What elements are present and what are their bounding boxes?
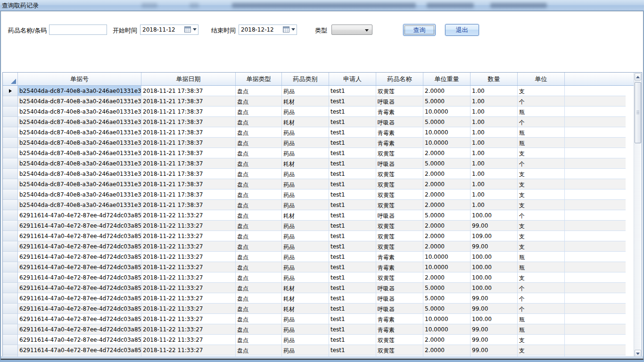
table-cell[interactable]: test1 [329, 158, 376, 169]
row-header-cell[interactable] [3, 179, 18, 189]
table-cell[interactable]: 100.00 [471, 272, 518, 283]
table-cell[interactable]: 62911614-47a0-4e72-87ee-4d724dc03a85 [18, 272, 141, 283]
exit-button[interactable]: 退出 [445, 24, 479, 36]
table-cell[interactable]: b25404da-dc87-40e8-a3a0-246ae01331e3 [18, 169, 141, 179]
table-cell[interactable]: 10.0000 [423, 127, 471, 138]
table-row[interactable]: b25404da-dc87-40e8-a3a0-246ae01331e32018… [3, 127, 626, 138]
table-cell[interactable]: 100.00 [471, 283, 518, 293]
table-cell[interactable]: 个 [518, 117, 565, 127]
select-all-corner-cell[interactable] [3, 73, 18, 85]
table-cell[interactable]: 1.00 [471, 127, 518, 138]
table-cell[interactable]: 100.00 [471, 262, 518, 272]
table-cell[interactable]: 盘点 [236, 107, 282, 117]
table-cell[interactable]: 1.00 [471, 96, 518, 107]
table-cell[interactable]: 1.00 [471, 107, 518, 117]
table-cell[interactable]: test1 [329, 231, 376, 241]
table-cell[interactable]: 1.00 [471, 86, 518, 96]
table-cell[interactable]: 2018-11-22 11:33:27 [141, 283, 236, 293]
row-header-cell[interactable] [3, 241, 18, 252]
column-header-docdate[interactable]: 单据日期 [141, 73, 236, 85]
table-cell[interactable]: 耗材 [282, 304, 329, 314]
table-cell[interactable]: 62911614-47a0-4e72-87ee-4d724dc03a85 [18, 210, 141, 221]
table-row[interactable]: 62911614-47a0-4e72-87ee-4d724dc03a852018… [3, 221, 626, 231]
table-cell[interactable]: b25404da-dc87-40e8-a3a0-246ae01331e3 [18, 117, 141, 127]
row-header-cell[interactable] [3, 138, 18, 148]
table-cell[interactable]: b25404da-dc87-40e8-a3a0-246ae01331e3 [18, 148, 141, 158]
table-cell[interactable]: 10.0000 [423, 252, 471, 262]
row-header-cell[interactable] [3, 262, 18, 272]
table-row[interactable]: b25404da-dc87-40e8-a3a0-246ae01331e32018… [3, 179, 626, 189]
table-cell[interactable]: test1 [329, 148, 376, 158]
table-cell[interactable]: 支 [518, 200, 565, 210]
table-cell[interactable]: 呼吸器 [376, 210, 423, 221]
table-cell[interactable]: 瓶 [518, 262, 565, 272]
table-cell[interactable]: 2018-11-22 11:33:27 [141, 272, 236, 283]
table-cell[interactable]: 2018-11-22 11:33:27 [141, 231, 236, 241]
table-cell[interactable]: 2018-11-22 11:33:27 [141, 293, 236, 304]
column-header-quantity[interactable]: 数量 [471, 73, 518, 85]
table-cell[interactable]: 2018-11-22 11:33:27 [141, 221, 236, 231]
table-cell[interactable]: 62911614-47a0-4e72-87ee-4d724dc03a85 [18, 335, 141, 345]
table-cell[interactable]: test1 [329, 189, 376, 200]
table-cell[interactable]: 2018-11-21 17:38:37 [141, 189, 236, 200]
table-cell[interactable]: 呼吸器 [376, 158, 423, 169]
table-cell[interactable]: 青霉素 [376, 262, 423, 272]
table-cell[interactable]: 2.0000 [423, 179, 471, 189]
table-cell[interactable]: 盘点 [236, 117, 282, 127]
table-cell[interactable]: test1 [329, 324, 376, 335]
table-cell[interactable]: 99.00 [471, 293, 518, 304]
table-cell[interactable]: test1 [329, 210, 376, 221]
row-header-cell[interactable] [3, 107, 18, 117]
table-cell[interactable]: test1 [329, 127, 376, 138]
table-cell[interactable]: 2.0000 [423, 221, 471, 231]
table-cell[interactable]: 瓶 [518, 252, 565, 262]
table-cell[interactable]: 盘点 [236, 231, 282, 241]
table-cell[interactable]: 2018-11-22 11:33:27 [141, 210, 236, 221]
table-cell[interactable]: 药品 [282, 231, 329, 241]
table-cell[interactable]: 盘点 [236, 138, 282, 148]
scrollbar-thumb[interactable] [635, 82, 641, 143]
table-cell[interactable]: 双黄莲 [376, 179, 423, 189]
table-cell[interactable]: 耗材 [282, 117, 329, 127]
table-cell[interactable]: 药品 [282, 107, 329, 117]
table-row[interactable]: 62911614-47a0-4e72-87ee-4d724dc03a852018… [3, 241, 626, 252]
table-cell[interactable]: 青霉素 [376, 252, 423, 262]
table-cell[interactable]: 1.00 [471, 200, 518, 210]
table-cell[interactable]: 呼吸器 [376, 96, 423, 107]
table-cell[interactable]: 双黄莲 [376, 335, 423, 345]
table-cell[interactable]: 99.00 [471, 324, 518, 335]
table-cell[interactable]: 2.0000 [423, 148, 471, 158]
table-cell[interactable]: 呼吸器 [376, 283, 423, 293]
table-cell[interactable]: 支 [518, 189, 565, 200]
table-cell[interactable]: test1 [329, 107, 376, 117]
table-row[interactable]: 62911614-47a0-4e72-87ee-4d724dc03a852018… [3, 304, 626, 314]
table-cell[interactable]: 药品 [282, 169, 329, 179]
table-row[interactable]: 62911614-47a0-4e72-87ee-4d724dc03a852018… [3, 210, 626, 221]
table-row[interactable]: b25404da-dc87-40e8-a3a0-246ae01331e32018… [3, 200, 626, 210]
table-cell[interactable]: 个 [518, 293, 565, 304]
table-cell[interactable]: 2.0000 [423, 335, 471, 345]
table-cell[interactable]: 支 [518, 148, 565, 158]
table-cell[interactable]: 5.0000 [423, 283, 471, 293]
table-cell[interactable]: 62911614-47a0-4e72-87ee-4d724dc03a85 [18, 345, 141, 355]
table-cell[interactable]: test1 [329, 200, 376, 210]
table-cell[interactable]: 盘点 [236, 127, 282, 138]
table-cell[interactable]: 药品 [282, 179, 329, 189]
table-cell[interactable]: 10.0000 [423, 314, 471, 324]
table-cell[interactable]: 耗材 [282, 283, 329, 293]
table-cell[interactable]: test1 [329, 335, 376, 345]
row-header-cell[interactable] [3, 324, 18, 335]
table-cell[interactable]: 耗材 [282, 210, 329, 221]
table-cell[interactable]: 药品 [282, 148, 329, 158]
table-cell[interactable]: 呼吸器 [376, 117, 423, 127]
table-cell[interactable]: b25404da-dc87-40e8-a3a0-246ae01331e3 [18, 86, 141, 96]
table-cell[interactable]: test1 [329, 86, 376, 96]
table-cell[interactable]: 1.00 [471, 169, 518, 179]
table-cell[interactable]: 2018-11-21 17:38:37 [141, 200, 236, 210]
table-cell[interactable]: 药品 [282, 86, 329, 96]
table-cell[interactable]: 盘点 [236, 169, 282, 179]
table-cell[interactable]: 10.0000 [423, 138, 471, 148]
query-button[interactable]: 查询 [403, 24, 436, 36]
table-row[interactable]: 62911614-47a0-4e72-87ee-4d724dc03a852018… [3, 314, 626, 324]
table-cell[interactable]: 药品 [282, 189, 329, 200]
